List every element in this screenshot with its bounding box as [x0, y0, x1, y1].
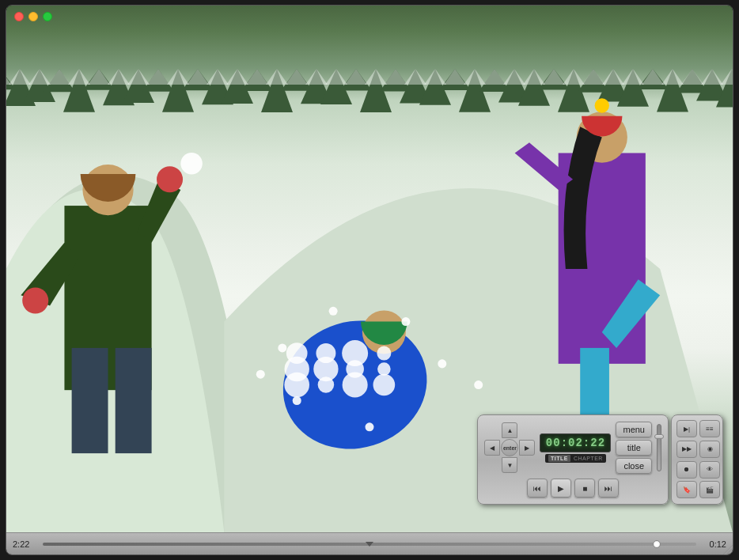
transport-row: ⏮ ▶ ■ ⏭ — [527, 479, 619, 498]
rewind-button[interactable]: ⏮ — [527, 479, 548, 498]
dpad-right-button[interactable]: ▶ — [519, 440, 535, 456]
resize-handle-icon — [723, 545, 733, 554]
volume-thumb[interactable] — [654, 434, 664, 439]
scrubber-indicator — [366, 542, 373, 547]
audio-button[interactable]: ◉ — [699, 441, 720, 458]
record-button[interactable]: ⏺ — [676, 461, 697, 479]
step-forward-button[interactable]: ▶| — [676, 420, 697, 437]
dvd-controller: ▲ ◀ enter ▶ ▼ 00:02:22 TITLE CHAPTER — [477, 414, 723, 505]
slow-play-button[interactable]: ▶▶ — [676, 441, 697, 458]
timecode-display: 00:02:22 — [540, 433, 611, 452]
maximize-button[interactable] — [43, 12, 52, 21]
scrubber-thumb[interactable] — [653, 540, 661, 548]
chapters-button[interactable]: ≡≡ — [699, 420, 720, 437]
minimize-button[interactable] — [28, 12, 38, 21]
volume-track[interactable] — [657, 424, 661, 471]
dpad: ▲ ◀ enter ▶ ▼ — [484, 422, 535, 473]
play-button[interactable]: ▶ — [551, 479, 571, 498]
controller-top-section: ▲ ◀ enter ▶ ▼ 00:02:22 TITLE CHAPTER — [484, 422, 661, 474]
controller-main-panel: ▲ ◀ enter ▶ ▼ 00:02:22 TITLE CHAPTER — [477, 414, 669, 505]
dpad-up-button[interactable]: ▲ — [502, 422, 517, 438]
bookmark-button[interactable]: 🔖 — [676, 481, 697, 498]
dpad-left-button[interactable]: ◀ — [484, 440, 500, 456]
menu-button[interactable]: menu — [616, 422, 652, 437]
controls-bar: 2:22 0:12 — [6, 532, 733, 554]
side-buttons: menu title close — [616, 422, 652, 474]
angles-button[interactable]: 👁 — [699, 461, 720, 479]
controller-extra-panel: ▶| ≡≡ ▶▶ ◉ ⏺ 👁 🔖 🎬 — [671, 414, 723, 505]
close-dvd-button[interactable]: close — [616, 458, 652, 474]
title-indicator: TITLE — [548, 455, 570, 462]
dpad-enter-button[interactable]: enter — [501, 439, 518, 456]
svg-line-2 — [730, 551, 733, 554]
volume-slider-container — [657, 424, 661, 471]
traffic-lights — [14, 12, 52, 21]
chapter-indicator: CHAPTER — [574, 456, 603, 461]
svg-line-1 — [726, 548, 733, 554]
fast-forward-button[interactable]: ⏭ — [598, 479, 619, 498]
title-button[interactable]: title — [616, 440, 652, 456]
video-area: ▲ ◀ enter ▶ ▼ 00:02:22 TITLE CHAPTER — [6, 6, 733, 532]
main-window: ▲ ◀ enter ▶ ▼ 00:02:22 TITLE CHAPTER — [6, 5, 733, 555]
close-button[interactable] — [14, 12, 24, 21]
scenes-button[interactable]: 🎬 — [699, 481, 720, 498]
stop-button[interactable]: ■ — [574, 479, 595, 498]
dpad-down-button[interactable]: ▼ — [502, 457, 517, 473]
scrubber-track[interactable] — [43, 543, 696, 546]
time-elapsed: 2:22 — [13, 539, 36, 549]
title-chapter-bar: TITLE CHAPTER — [545, 454, 606, 463]
time-display-section: 00:02:22 TITLE CHAPTER — [540, 433, 611, 463]
